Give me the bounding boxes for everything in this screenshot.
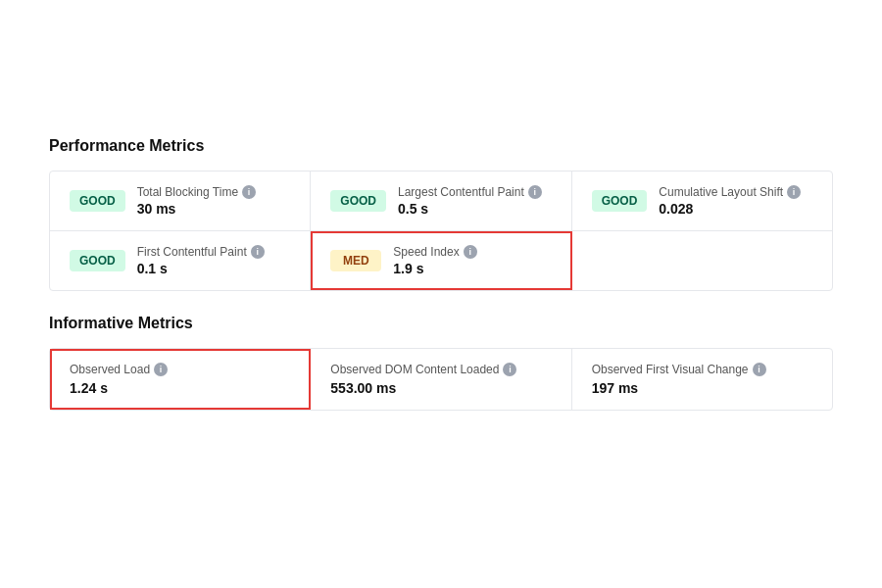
largest-contentful-paint-value: 0.5 s	[398, 201, 542, 217]
largest-contentful-paint-cell: GOOD Largest Contentful Paint i 0.5 s	[311, 172, 571, 230]
empty-cell	[572, 231, 832, 290]
performance-section-title: Performance Metrics	[49, 137, 833, 155]
observed-first-visual-change-cell: Observed First Visual Change i 197 ms	[572, 349, 832, 410]
cumulative-layout-shift-value: 0.028	[659, 201, 801, 217]
largest-contentful-paint-info: Largest Contentful Paint i 0.5 s	[398, 185, 542, 217]
cumulative-layout-shift-label: Cumulative Layout Shift i	[659, 185, 801, 199]
first-contentful-paint-value: 0.1 s	[137, 261, 265, 276]
observed-load-label: Observed Load i	[70, 363, 290, 376]
speed-index-badge: MED	[330, 250, 381, 271]
observed-dom-content-loaded-value: 553.00 ms	[330, 380, 551, 396]
first-contentful-paint-info: First Contentful Paint i 0.1 s	[137, 245, 265, 276]
total-blocking-time-info-icon[interactable]: i	[242, 185, 256, 199]
cumulative-layout-shift-badge: GOOD	[592, 190, 648, 212]
observed-first-visual-change-value: 197 ms	[592, 380, 812, 396]
first-contentful-paint-info-icon[interactable]: i	[251, 245, 265, 259]
total-blocking-time-cell: GOOD Total Blocking Time i 30 ms	[50, 172, 311, 230]
performance-metrics-section: Performance Metrics GOOD Total Blocking …	[49, 137, 833, 291]
informative-metrics-grid: Observed Load i 1.24 s Observed DOM Cont…	[49, 348, 833, 411]
page-container: Performance Metrics GOOD Total Blocking …	[0, 0, 882, 450]
performance-metrics-grid: GOOD Total Blocking Time i 30 ms GOOD La…	[49, 171, 833, 291]
speed-index-info: Speed Index i 1.9 s	[393, 245, 476, 276]
speed-index-label: Speed Index i	[393, 245, 476, 259]
total-blocking-time-info: Total Blocking Time i 30 ms	[137, 185, 256, 217]
cumulative-layout-shift-info-icon[interactable]: i	[787, 185, 801, 199]
largest-contentful-paint-label: Largest Contentful Paint i	[398, 185, 542, 199]
observed-first-visual-change-info-icon[interactable]: i	[753, 363, 766, 376]
largest-contentful-paint-info-icon[interactable]: i	[528, 185, 542, 199]
speed-index-value: 1.9 s	[393, 261, 476, 276]
observed-load-info-icon[interactable]: i	[154, 363, 168, 376]
total-blocking-time-label: Total Blocking Time i	[137, 185, 256, 199]
observed-dom-content-loaded-label: Observed DOM Content Loaded i	[330, 363, 551, 376]
performance-row-2: GOOD First Contentful Paint i 0.1 s MED …	[50, 231, 832, 290]
performance-row-1: GOOD Total Blocking Time i 30 ms GOOD La…	[50, 172, 832, 231]
first-contentful-paint-cell: GOOD First Contentful Paint i 0.1 s	[50, 231, 311, 290]
total-blocking-time-badge: GOOD	[70, 190, 125, 212]
largest-contentful-paint-badge: GOOD	[330, 190, 386, 212]
speed-index-info-icon[interactable]: i	[464, 245, 477, 259]
informative-section-title: Informative Metrics	[49, 315, 833, 332]
cumulative-layout-shift-cell: GOOD Cumulative Layout Shift i 0.028	[572, 172, 832, 230]
total-blocking-time-value: 30 ms	[137, 201, 256, 217]
observed-load-value: 1.24 s	[70, 380, 290, 396]
observed-dom-content-loaded-info-icon[interactable]: i	[503, 363, 516, 376]
observed-load-cell: Observed Load i 1.24 s	[50, 349, 311, 410]
informative-metrics-section: Informative Metrics Observed Load i 1.24…	[49, 315, 833, 411]
speed-index-cell: MED Speed Index i 1.9 s	[311, 231, 571, 290]
cumulative-layout-shift-info: Cumulative Layout Shift i 0.028	[659, 185, 801, 217]
observed-first-visual-change-label: Observed First Visual Change i	[592, 363, 812, 376]
first-contentful-paint-badge: GOOD	[70, 250, 125, 271]
observed-dom-content-loaded-cell: Observed DOM Content Loaded i 553.00 ms	[311, 349, 571, 410]
first-contentful-paint-label: First Contentful Paint i	[137, 245, 265, 259]
